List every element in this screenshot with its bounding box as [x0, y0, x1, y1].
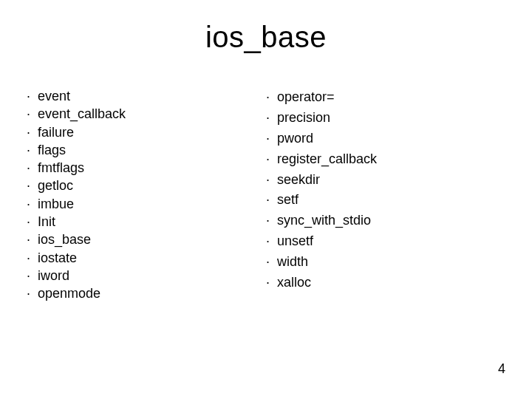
- item-label: operator=: [277, 89, 335, 104]
- list-item: · iword: [27, 267, 266, 284]
- content-columns: · event · event_callback · failure · fla…: [27, 87, 505, 303]
- item-label: Init: [38, 214, 55, 229]
- left-list: · event · event_callback · failure · fla…: [27, 87, 266, 303]
- list-item: · event_callback: [27, 105, 266, 123]
- bullet-icon: ·: [27, 195, 34, 213]
- list-item: · flags: [27, 141, 266, 159]
- bullet-icon: ·: [266, 273, 273, 293]
- list-item: · unsetf: [266, 231, 505, 252]
- list-item: · setf: [266, 190, 505, 211]
- item-label: openmode: [38, 286, 100, 301]
- list-item: · xalloc: [266, 273, 505, 293]
- item-label: precision: [277, 110, 330, 125]
- list-item: · Init: [27, 213, 266, 231]
- bullet-icon: ·: [266, 129, 273, 149]
- item-label: unsetf: [277, 233, 313, 248]
- item-label: getloc: [38, 178, 73, 193]
- bullet-icon: ·: [27, 159, 34, 177]
- list-item: · register_callback: [266, 149, 505, 170]
- list-item: · getloc: [27, 177, 266, 194]
- slide: ios_base · event · event_callback · fail…: [0, 0, 532, 399]
- item-label: xalloc: [277, 275, 311, 290]
- list-item: · width: [266, 252, 505, 273]
- item-label: pword: [277, 131, 313, 146]
- bullet-icon: ·: [266, 252, 273, 273]
- bullet-icon: ·: [27, 177, 34, 194]
- bullet-icon: ·: [266, 170, 273, 191]
- item-label: flags: [38, 143, 66, 157]
- list-item: · ios_base: [27, 231, 266, 248]
- bullet-icon: ·: [27, 87, 34, 105]
- list-item: · failure: [27, 123, 266, 141]
- bullet-icon: ·: [266, 231, 273, 252]
- list-item: · imbue: [27, 195, 266, 213]
- item-label: seekdir: [277, 172, 320, 187]
- bullet-icon: ·: [27, 231, 34, 248]
- item-label: register_callback: [277, 151, 377, 166]
- right-list: · operator= · precision · pword · regist…: [266, 87, 505, 293]
- bullet-icon: ·: [27, 267, 34, 284]
- item-label: width: [277, 254, 308, 269]
- item-label: imbue: [38, 197, 74, 211]
- list-item: · sync_with_stdio: [266, 211, 505, 231]
- bullet-icon: ·: [27, 249, 34, 267]
- bullet-icon: ·: [27, 213, 34, 231]
- list-item: · fmtflags: [27, 159, 266, 177]
- list-item: · event: [27, 87, 266, 105]
- slide-title: ios_base: [0, 21, 532, 54]
- bullet-icon: ·: [266, 149, 273, 170]
- bullet-icon: ·: [27, 123, 34, 141]
- bullet-icon: ·: [266, 87, 273, 108]
- bullet-icon: ·: [266, 108, 273, 129]
- bullet-icon: ·: [266, 211, 273, 231]
- page-number: 4: [498, 361, 505, 377]
- item-label: iostate: [38, 250, 77, 265]
- list-item: · pword: [266, 129, 505, 149]
- bullet-icon: ·: [266, 190, 273, 211]
- item-label: iword: [38, 268, 69, 283]
- item-label: event: [38, 89, 70, 103]
- left-column: · event · event_callback · failure · fla…: [27, 87, 266, 303]
- bullet-icon: ·: [27, 105, 34, 123]
- list-item: · seekdir: [266, 170, 505, 191]
- item-label: sync_with_stdio: [277, 213, 371, 228]
- list-item: · operator=: [266, 87, 505, 108]
- list-item: · precision: [266, 108, 505, 129]
- item-label: event_callback: [38, 106, 126, 121]
- item-label: ios_base: [38, 232, 91, 247]
- right-column: · operator= · precision · pword · regist…: [266, 87, 505, 303]
- item-label: failure: [38, 125, 74, 140]
- list-item: · iostate: [27, 249, 266, 267]
- item-label: fmtflags: [38, 160, 84, 175]
- bullet-icon: ·: [27, 284, 34, 302]
- bullet-icon: ·: [27, 141, 34, 159]
- list-item: · openmode: [27, 284, 266, 302]
- item-label: setf: [277, 192, 299, 207]
